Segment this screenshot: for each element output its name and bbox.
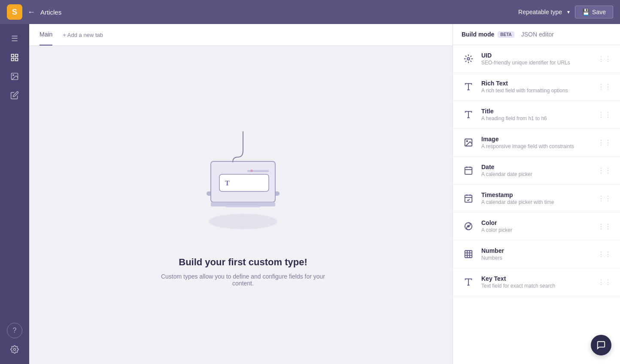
field-info-uid: UID SEO-friendly unique identifier for U… [481, 52, 592, 66]
build-mode-button[interactable]: Build mode BETA [462, 31, 514, 38]
empty-state-description: Custom types allow you to define and con… [157, 273, 329, 287]
field-name-uid: UID [481, 52, 592, 59]
empty-illustration: T Heading text [187, 123, 299, 243]
field-name-timestamp: Timestamp [481, 191, 592, 198]
svg-rect-1 [15, 55, 18, 57]
number-icon [462, 247, 475, 261]
sidebar-icon-edit[interactable] [7, 88, 22, 103]
field-name-title: Title [481, 108, 592, 115]
drag-handle-key-text[interactable]: ⋮⋮ [598, 278, 611, 286]
svg-rect-2 [12, 58, 14, 61]
drag-handle-rich-text[interactable]: ⋮⋮ [598, 83, 611, 91]
drag-handle-color[interactable]: ⋮⋮ [598, 222, 611, 231]
back-button[interactable]: ← [27, 8, 35, 17]
sidebar-icon-menu[interactable]: ☰ [7, 31, 22, 46]
uid-icon [462, 52, 475, 66]
svg-point-23 [467, 58, 470, 60]
field-info-number: Number Numbers [481, 247, 592, 261]
image-icon [462, 136, 475, 149]
sidebar-icon-help[interactable]: ? [7, 323, 22, 338]
empty-state-heading: Build your first custom type! [179, 257, 307, 268]
svg-text:T: T [225, 179, 230, 187]
field-name-number: Number [481, 247, 592, 254]
field-desc-rich-text: A rich text field with formatting option… [481, 88, 592, 94]
sidebar-icon-grid[interactable] [7, 50, 22, 65]
field-info-title: Title A heading field from h1 to h6 [481, 108, 592, 121]
drag-handle-number[interactable]: ⋮⋮ [598, 250, 611, 258]
chevron-down-icon[interactable]: ▾ [567, 9, 570, 15]
right-panel-header: Build mode BETA JSON editor [453, 24, 620, 45]
svg-point-5 [13, 75, 14, 76]
tabs-bar: Main + Add a new tab [29, 24, 457, 46]
field-item-uid[interactable]: UID SEO-friendly unique identifier for U… [453, 45, 620, 73]
topbar-left: S ← Articles [7, 4, 61, 20]
field-item-timestamp[interactable]: Timestamp A calendar date picker with ti… [453, 185, 620, 212]
field-info-image: Image A responsive image field with cons… [481, 136, 592, 149]
save-icon: 💾 [582, 9, 590, 15]
field-desc-key-text: Text field for exact match search [481, 283, 592, 289]
field-info-key-text: Key Text Text field for exact match sear… [481, 275, 592, 289]
drag-handle-date[interactable]: ⋮⋮ [598, 167, 611, 175]
field-item-image[interactable]: Image A responsive image field with cons… [453, 129, 620, 157]
field-info-rich-text: Rich Text A rich text field with formatt… [481, 80, 592, 94]
sidebar-icon-settings[interactable] [7, 342, 22, 357]
field-desc-date: A calendar date picker [481, 171, 592, 177]
topbar-right: Repeatable type ▾ 💾 Save [518, 6, 613, 18]
field-desc-uid: SEO-friendly unique identifier for URLs [481, 60, 592, 66]
date-icon [462, 164, 475, 177]
drag-handle-image[interactable]: ⋮⋮ [598, 139, 611, 147]
right-panel: Build mode BETA JSON editor UID SEO-frie… [453, 24, 620, 364]
tab-main[interactable]: Main [40, 24, 52, 46]
field-name-image: Image [481, 136, 592, 143]
key-text-icon [462, 275, 475, 289]
field-item-title[interactable]: Title A heading field from h1 to h6 ⋮⋮ [453, 101, 620, 129]
svg-point-7 [209, 214, 277, 229]
svg-point-29 [466, 140, 468, 142]
field-name-color: Color [481, 219, 592, 226]
svg-point-6 [14, 349, 16, 351]
svg-rect-3 [15, 58, 18, 61]
drag-handle-title[interactable]: ⋮⋮ [598, 111, 611, 119]
field-info-date: Date A calendar date picker [481, 164, 592, 177]
svg-rect-18 [226, 206, 260, 207]
color-icon [462, 219, 475, 233]
add-tab-button[interactable]: + Add a new tab [63, 25, 103, 45]
page-title: Articles [40, 9, 61, 16]
chat-bubble-button[interactable] [591, 335, 611, 355]
rich-text-icon [462, 80, 475, 94]
type-label: Repeatable type [518, 9, 562, 15]
svg-rect-40 [465, 251, 472, 258]
build-mode-label: Build mode [462, 31, 494, 38]
field-info-color: Color A color picker [481, 219, 592, 233]
svg-rect-34 [465, 195, 472, 203]
field-desc-timestamp: A calendar date picker with time [481, 199, 592, 205]
field-item-date[interactable]: Date A calendar date picker ⋮⋮ [453, 157, 620, 185]
field-name-rich-text: Rich Text [481, 80, 592, 87]
timestamp-icon [462, 191, 475, 205]
left-sidebar: ☰ ? [0, 24, 29, 364]
app-logo: S [7, 4, 22, 20]
sidebar-bottom: ? [7, 323, 22, 357]
save-button[interactable]: 💾 Save [575, 6, 613, 18]
field-desc-title: A heading field from h1 to h6 [481, 115, 592, 121]
drag-handle-uid[interactable]: ⋮⋮ [598, 55, 611, 63]
field-item-color[interactable]: Color A color picker ⋮⋮ [453, 212, 620, 240]
field-item-key-text[interactable]: Key Text Text field for exact match sear… [453, 268, 620, 296]
title-icon [462, 108, 475, 121]
field-info-timestamp: Timestamp A calendar date picker with ti… [481, 191, 592, 205]
sidebar-icon-image[interactable] [7, 69, 22, 84]
json-editor-button[interactable]: JSON editor [521, 31, 554, 38]
field-name-date: Date [481, 164, 592, 170]
field-item-rich-text[interactable]: Rich Text A rich text field with formatt… [453, 73, 620, 101]
empty-state: T Heading text Build your first custom t… [29, 46, 457, 364]
svg-rect-0 [12, 55, 14, 57]
field-desc-number: Numbers [481, 255, 592, 261]
svg-rect-30 [465, 167, 472, 175]
topbar: S ← Articles Repeatable type ▾ 💾 Save [0, 0, 620, 24]
svg-point-39 [468, 225, 469, 227]
field-type-list: UID SEO-friendly unique identifier for U… [453, 45, 620, 364]
field-desc-color: A color picker [481, 227, 592, 233]
field-name-key-text: Key Text [481, 275, 592, 282]
drag-handle-timestamp[interactable]: ⋮⋮ [598, 194, 611, 203]
field-item-number[interactable]: Number Numbers ⋮⋮ [453, 240, 620, 268]
